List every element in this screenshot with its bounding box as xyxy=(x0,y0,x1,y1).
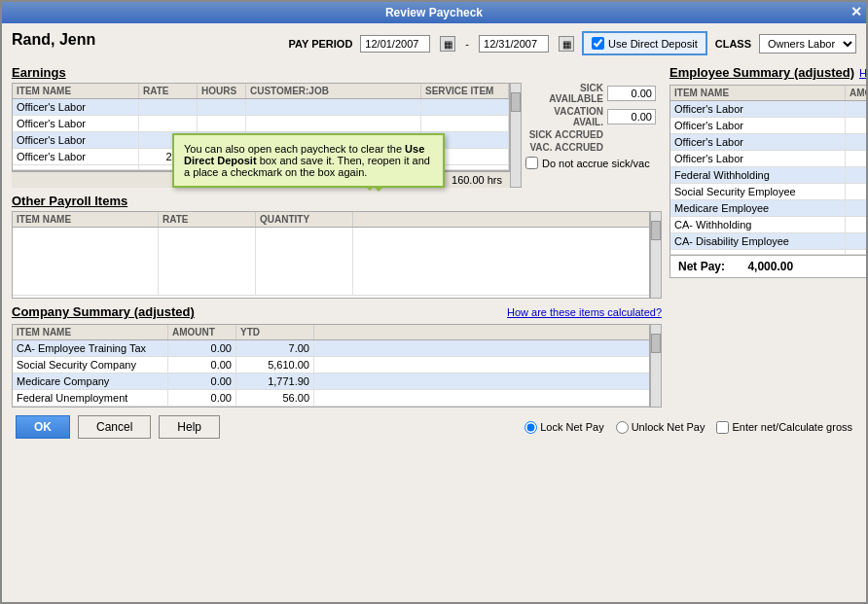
sick-available-label: SICK AVAILABLE xyxy=(525,83,603,104)
unlock-net-pay-option[interactable]: Unlock Net Pay xyxy=(616,421,705,434)
sick-available-input[interactable] xyxy=(607,86,656,101)
company-calc-link[interactable]: How are these items calculated? xyxy=(507,306,662,318)
sick-accrued-label: SICK ACCRUED xyxy=(525,129,603,140)
pay-period-start-input[interactable] xyxy=(360,35,430,53)
footer-buttons: OK Cancel Help xyxy=(16,415,220,439)
earnings-col-customer: CUSTOMER:JOB xyxy=(246,84,421,98)
direct-deposit-label: Use Direct Deposit xyxy=(608,38,698,50)
ok-button[interactable]: OK xyxy=(16,415,70,439)
earnings-table-header: ITEM NAME RATE HOURS CUSTOMER:JOB SERVIC… xyxy=(13,84,509,99)
comp-col-item: ITEM NAME xyxy=(13,325,168,339)
class-label: CLASS xyxy=(715,38,751,50)
employee-summary-title: Employee Summary (adjusted) xyxy=(669,65,854,80)
comp-col-ytd: YTD xyxy=(236,325,314,339)
emp-row-9[interactable]: CA- Disability Employee0.00-380.22 xyxy=(670,233,868,250)
tooltip: You can also open each paycheck to clear… xyxy=(172,133,445,188)
comp-row-4[interactable]: Federal Unemployment0.0056.00 xyxy=(13,390,649,407)
emp-row-3[interactable]: Officer's Labor1,000.0047,200.00 xyxy=(670,134,868,151)
calendar-start-icon[interactable]: ▦ xyxy=(440,36,455,52)
sick-vac-panel: SICK AVAILABLE VACATION AVAIL. SICK ACCR… xyxy=(525,83,662,188)
other-col-qty: QUANTITY xyxy=(256,212,353,227)
lock-net-pay-radio[interactable] xyxy=(524,421,537,434)
net-pay-row: Net Pay: 4,000.00 xyxy=(669,256,868,278)
comp-row-2[interactable]: Social Security Company0.005,610.00 xyxy=(13,357,649,373)
net-pay-label: Net Pay: xyxy=(678,260,725,273)
earnings-col-service: SERVICE ITEM xyxy=(421,84,509,98)
help-button[interactable]: Help xyxy=(159,415,220,439)
unlock-net-pay-radio[interactable] xyxy=(616,421,629,434)
earnings-col-item: ITEM NAME xyxy=(13,84,139,98)
pay-period-end-input[interactable] xyxy=(479,35,549,53)
earnings-section-title: Earnings xyxy=(12,65,662,80)
emp-row-2[interactable]: Officer's Labor1,000.0047,200.00 xyxy=(670,118,868,134)
unlock-net-pay-label: Unlock Net Pay xyxy=(632,421,705,433)
enter-net-checkbox[interactable] xyxy=(716,421,729,434)
earnings-col-rate: RATE xyxy=(139,84,198,98)
footer-options: Lock Net Pay Unlock Net Pay Enter net/Ca… xyxy=(524,421,852,434)
lock-net-pay-label: Lock Net Pay xyxy=(540,421,603,433)
emp-row-4[interactable]: Officer's Labor1,000.0047,200.00 xyxy=(670,151,868,167)
vacation-avail-input[interactable] xyxy=(607,109,656,124)
direct-deposit-box: Use Direct Deposit xyxy=(582,31,707,55)
comp-row-1[interactable]: CA- Employee Training Tax0.007.00 xyxy=(13,340,649,357)
vacation-avail-label: VACATION AVAIL. xyxy=(525,106,603,127)
earnings-row-2[interactable]: Officer's Labor xyxy=(13,116,509,132)
emp-row-5[interactable]: Federal Withholding0.00-25,144.00 xyxy=(670,167,868,184)
enter-net-label: Enter net/Calculate gross xyxy=(732,421,852,433)
comp-col-amount: AMOUNT xyxy=(168,325,236,339)
other-payroll-header: ITEM NAME RATE QUANTITY xyxy=(13,212,649,228)
employee-calc-link[interactable]: How are these items calculated? xyxy=(859,67,868,79)
emp-row-6[interactable]: Social Security Employee0.00-5,610.50 xyxy=(670,184,868,200)
title-bar: Review Paycheck ✕ xyxy=(2,2,866,23)
enter-net-option[interactable]: Enter net/Calculate gross xyxy=(716,421,852,434)
no-accrue-checkbox[interactable] xyxy=(525,157,538,169)
earnings-row-1[interactable]: Officer's Labor xyxy=(13,99,509,116)
lock-net-pay-option[interactable]: Lock Net Pay xyxy=(524,421,603,434)
dialog-title: Review Paycheck xyxy=(385,6,483,19)
employee-summary-header: ITEM NAME AMOUNT YTD xyxy=(670,86,868,101)
earnings-scrollbar[interactable] xyxy=(510,83,522,188)
emp-row-7[interactable]: Medicare Employee0.00-1,771.90 xyxy=(670,200,868,217)
company-summary-title: Company Summary (adjusted) xyxy=(12,304,195,319)
no-accrue-label: Do not accrue sick/vac xyxy=(542,158,650,169)
earnings-col-hours: HOURS xyxy=(198,84,246,98)
vac-accrued-label: VAC. ACCRUED xyxy=(525,142,603,153)
review-paycheck-dialog: Review Paycheck ✕ Rand, Jenn PAY PERIOD … xyxy=(0,0,868,604)
emp-row-8[interactable]: CA- Withholding0.00-7,708.42 xyxy=(670,217,868,233)
direct-deposit-checkbox[interactable] xyxy=(592,37,604,50)
emp-row-1[interactable]: Officer's Labor1,000.0047,200.00 xyxy=(670,101,868,118)
calendar-end-icon[interactable]: ▦ xyxy=(559,36,574,52)
net-pay-value: 4,000.00 xyxy=(747,260,793,273)
emp-col-item: ITEM NAME xyxy=(670,86,846,100)
totals-hours: 160.00 hrs xyxy=(452,174,502,186)
emp-row-empty[interactable] xyxy=(670,250,868,255)
other-col-item: ITEM NAME xyxy=(13,212,159,227)
class-select[interactable]: Owners Labor xyxy=(759,34,856,53)
other-payroll-title: Other Payroll Items xyxy=(12,194,662,208)
company-summary-header: ITEM NAME AMOUNT YTD xyxy=(13,325,649,340)
close-button[interactable]: ✕ xyxy=(850,4,862,19)
company-summary-scrollbar[interactable] xyxy=(650,324,662,408)
employee-name: Rand, Jenn xyxy=(12,31,95,49)
cancel-button[interactable]: Cancel xyxy=(78,415,151,439)
comp-row-3[interactable]: Medicare Company0.001,771.90 xyxy=(13,373,649,390)
other-col-rate: RATE xyxy=(159,212,256,227)
pay-period-label: PAY PERIOD xyxy=(289,38,353,50)
other-payroll-scrollbar[interactable] xyxy=(650,211,662,299)
emp-col-amount: AMOUNT xyxy=(846,86,868,100)
other-row-empty[interactable] xyxy=(13,228,649,296)
